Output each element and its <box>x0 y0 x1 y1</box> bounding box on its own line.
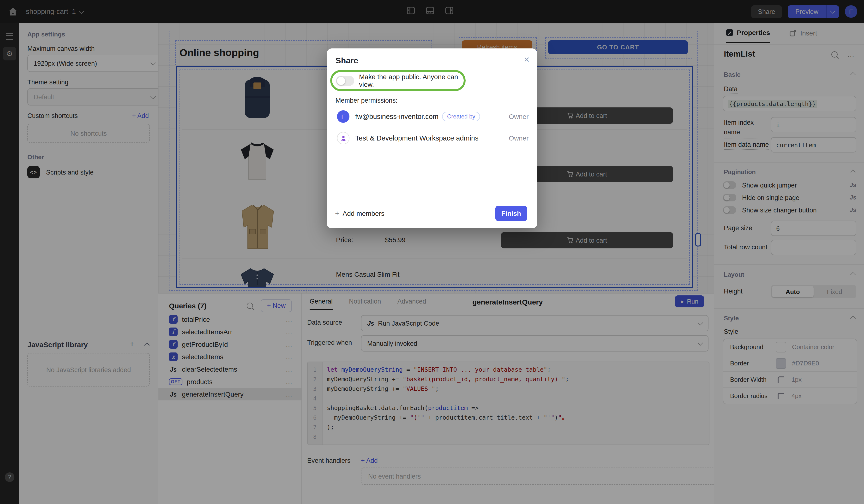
member-name: Test & Development Workspace admins <box>355 134 479 142</box>
created-by-badge: Created by <box>442 112 480 121</box>
group-avatar <box>337 132 349 144</box>
close-icon[interactable]: × <box>524 54 529 65</box>
member-row: Test & Development Workspace admins Owne… <box>337 131 529 145</box>
public-toggle-row: Make the app public. Anyone can view. <box>333 73 463 88</box>
member-role[interactable]: Owner <box>509 134 528 142</box>
make-public-toggle[interactable] <box>336 75 354 86</box>
member-name: fw@business-inventor.com <box>355 113 439 120</box>
public-toggle-highlight: Make the app public. Anyone can view. <box>330 70 466 91</box>
make-public-label: Make the app public. Anyone can view. <box>359 73 463 88</box>
plus-icon: + <box>335 209 339 217</box>
add-members-link[interactable]: + Add members <box>335 209 384 217</box>
app-root: shopping-cart_1 Share Preview F ⚙ <box>0 0 864 504</box>
member-permissions-label: Member permissions: <box>336 97 397 104</box>
finish-button[interactable]: Finish <box>495 206 527 221</box>
modal-title: Share <box>336 56 358 66</box>
member-row: F fw@business-inventor.com Created by Ow… <box>337 109 529 124</box>
share-modal: Share × Make the app public. Anyone can … <box>327 48 537 228</box>
add-members-label: Add members <box>343 209 384 217</box>
member-role[interactable]: Owner <box>509 113 528 120</box>
member-avatar: F <box>337 110 349 123</box>
person-icon <box>339 135 347 142</box>
